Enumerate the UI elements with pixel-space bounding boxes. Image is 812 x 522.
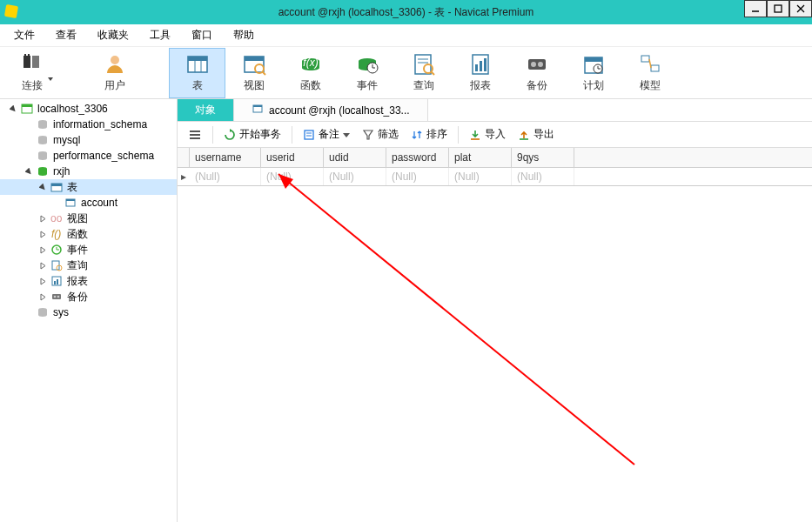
grid-cell[interactable]: (Null): [324, 168, 386, 185]
col-header[interactable]: 9qys: [512, 148, 574, 167]
menu-window[interactable]: 窗口: [181, 24, 223, 46]
toolbar-label: 函数: [300, 78, 321, 93]
filter-icon: [362, 129, 374, 141]
col-header[interactable]: username: [190, 148, 261, 167]
toolbar-schedule-button[interactable]: 计划: [565, 48, 621, 98]
svg-marker-86: [364, 130, 372, 139]
grid-cell[interactable]: (Null): [386, 168, 449, 185]
tree-label: sys: [53, 306, 69, 318]
collapse-icon[interactable]: [38, 183, 48, 192]
mini-event-icon: [50, 244, 64, 256]
schedule-icon: [581, 52, 606, 77]
filter-button[interactable]: 筛选: [357, 125, 404, 144]
col-header[interactable]: udid: [324, 148, 386, 167]
object-tree[interactable]: localhost_3306information_schemamysqlper…: [0, 99, 178, 522]
toolbar-event-button[interactable]: 事件: [339, 48, 395, 98]
toolbar-view-button[interactable]: 视图: [225, 48, 282, 98]
tab-label: account @rxjh (localhost_33...: [269, 104, 410, 117]
svg-rect-55: [66, 199, 75, 201]
menu-file[interactable]: 文件: [3, 24, 45, 46]
tree-item-备份[interactable]: 备份: [0, 289, 177, 304]
svg-rect-69: [54, 281, 56, 284]
tree-label: mysql: [53, 134, 80, 146]
svg-rect-45: [22, 104, 32, 107]
tree-item-函数[interactable]: f()函数: [0, 226, 177, 242]
tree-item-rxjh[interactable]: rxjh: [0, 164, 177, 179]
tab-table[interactable]: account @rxjh (localhost_33...: [234, 99, 428, 121]
expand-icon[interactable]: [38, 277, 48, 286]
grid-cell[interactable]: (Null): [190, 168, 261, 185]
grid-row[interactable]: ▸ (Null) (Null) (Null) (Null) (Null) (Nu…: [178, 168, 812, 185]
tree-label: 备份: [67, 290, 88, 304]
expand-icon[interactable]: [38, 214, 48, 224]
tab-objects[interactable]: 对象: [178, 99, 234, 121]
toolbar-user-button[interactable]: 用户: [86, 48, 143, 98]
grid-cell[interactable]: (Null): [512, 168, 574, 185]
data-grid[interactable]: username userid udid password plat 9qys …: [178, 148, 812, 186]
expander-placeholder: [24, 120, 34, 130]
toolbar-model-button[interactable]: 模型: [621, 48, 678, 98]
toolbar-table-button[interactable]: 表: [169, 48, 225, 98]
close-button[interactable]: [789, 0, 812, 17]
svg-point-74: [57, 296, 60, 298]
tree-label: 报表: [67, 274, 88, 289]
menu-help[interactable]: 帮助: [223, 24, 265, 46]
mini-backup-icon: [50, 291, 64, 303]
svg-rect-4: [23, 56, 30, 68]
tree-item-视图[interactable]: oo视图: [0, 211, 177, 226]
col-header[interactable]: userid: [261, 148, 324, 167]
tree-item-表[interactable]: 表: [0, 179, 177, 195]
collapse-icon[interactable]: [24, 167, 34, 177]
svg-rect-30: [480, 61, 482, 71]
toolbar-plug-button[interactable]: 连接: [3, 48, 60, 98]
col-header[interactable]: plat: [449, 148, 512, 167]
grid-mode-button[interactable]: [183, 127, 207, 143]
grid-cell[interactable]: (Null): [449, 168, 512, 185]
mini-query-icon: [50, 259, 64, 271]
menu-view[interactable]: 查看: [45, 24, 87, 46]
expander-placeholder: [24, 308, 34, 318]
export-icon: [518, 129, 530, 141]
expand-icon[interactable]: [38, 261, 48, 271]
tree-item-localhost_3306[interactable]: localhost_3306: [0, 101, 177, 117]
maximize-button[interactable]: [767, 0, 789, 17]
tree-item-information_schema[interactable]: information_schema: [0, 117, 177, 132]
expand-icon[interactable]: [38, 230, 48, 239]
tree-item-account[interactable]: account: [0, 195, 177, 211]
grid-cell[interactable]: (Null): [261, 168, 324, 185]
minimize-button[interactable]: [744, 0, 767, 17]
toolbar-label: 查询: [413, 78, 434, 93]
tree-item-sys[interactable]: sys: [0, 304, 177, 320]
caret-down-icon: [343, 131, 350, 138]
toolbar-backup-button[interactable]: 备份: [508, 48, 565, 98]
export-button[interactable]: 导出: [513, 125, 560, 144]
svg-rect-5: [32, 56, 39, 68]
tree-item-事件[interactable]: 事件: [0, 242, 177, 258]
svg-point-34: [538, 62, 543, 67]
tree-item-查询[interactable]: 查询: [0, 258, 177, 273]
grid-icon: [188, 129, 202, 141]
menu-favorites[interactable]: 收藏夹: [87, 24, 139, 46]
svg-line-42: [649, 59, 651, 68]
tree-item-报表[interactable]: 报表: [0, 273, 177, 289]
svg-marker-49: [25, 168, 33, 176]
menu-tools[interactable]: 工具: [139, 24, 181, 46]
toolbar-report-button[interactable]: 报表: [452, 48, 508, 98]
export-label: 导出: [534, 127, 554, 142]
toolbar-query-button[interactable]: 查询: [395, 48, 452, 98]
import-button[interactable]: 导入: [464, 125, 511, 144]
memo-button[interactable]: 备注: [298, 125, 355, 144]
tree-item-mysql[interactable]: mysql: [0, 132, 177, 148]
col-header[interactable]: password: [386, 148, 449, 167]
toolbar-label: 连接: [22, 78, 43, 93]
sort-button[interactable]: 排序: [406, 125, 453, 144]
expand-icon[interactable]: [38, 292, 48, 302]
db-on-icon: [36, 165, 50, 177]
expand-icon[interactable]: [38, 245, 48, 255]
collapse-icon[interactable]: [9, 104, 18, 114]
begin-transaction-button[interactable]: 开始事务: [218, 125, 286, 144]
menu-bar: 文件 查看 收藏夹 工具 窗口 帮助: [0, 24, 812, 47]
toolbar-fx-button[interactable]: f(x)函数: [282, 48, 339, 98]
svg-text:f(): f(): [51, 228, 61, 240]
tree-item-performance_schema[interactable]: performance_schema: [0, 148, 177, 164]
